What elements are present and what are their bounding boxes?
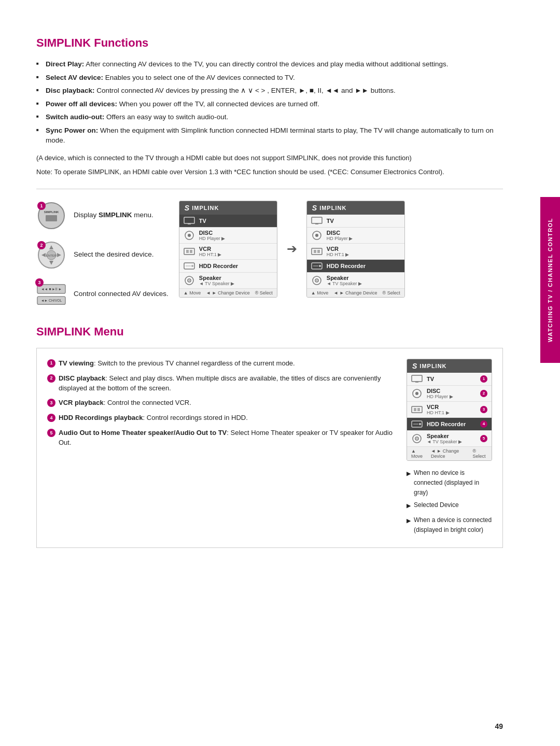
hdd-icon-1 — [184, 262, 195, 270]
panel1-hdd-label: HDD Recorder — [199, 263, 238, 269]
note2: Note: To operate SIMPLINK, an HDMI cable… — [36, 167, 503, 177]
panel2-header: S IMPLINK — [307, 201, 404, 215]
menu-right: S IMPLINK TV 1 — [407, 359, 492, 538]
panel2-item-speaker: Speaker ◄ TV Speaker ▶ — [307, 273, 404, 289]
panel1-vcr-label: VCR — [199, 246, 222, 252]
svg-point-27 — [189, 280, 190, 281]
menu-panel-header: S IMPLINK — [407, 359, 492, 373]
hdd-icon-menu — [411, 420, 423, 428]
svg-point-18 — [188, 234, 191, 237]
panel2-item-hdd: HDD Recorder — [307, 260, 404, 273]
divider-1 — [36, 189, 503, 189]
disc-icon-menu — [411, 389, 423, 398]
badge-5: 5 — [480, 435, 487, 442]
svg-rect-34 — [314, 250, 316, 253]
panel1-header: S IMPLINK — [179, 201, 277, 215]
bullet-item-4: Power off all devices: When you power of… — [36, 99, 503, 109]
panel2-disc-sub: HD Player ▶ — [327, 236, 353, 241]
legend-arrow-2: ▶ — [407, 501, 411, 511]
svg-point-45 — [415, 392, 418, 395]
badge-4: 4 — [480, 420, 487, 428]
tv-icon-2 — [311, 217, 323, 225]
svg-point-41 — [316, 280, 317, 281]
steps-left: SIMPLINK 1 Display SIMPLINK menu. — [36, 201, 169, 309]
panel1-item-hdd: HDD Recorder — [179, 260, 277, 273]
speaker-icon-1 — [184, 276, 195, 285]
panel2-tv-label: TV — [327, 218, 334, 224]
svg-rect-33 — [312, 248, 322, 255]
speaker-icon-menu — [411, 434, 423, 443]
panel1-speaker-sub: ◄ TV Speaker ▶ — [199, 281, 234, 286]
panel2-item-tv: TV — [307, 215, 404, 228]
panel2-item-disc: DISC HD Player ▶ — [307, 228, 404, 244]
step-1-icon: SIMPLINK 1 — [36, 201, 66, 231]
svg-rect-21 — [190, 250, 192, 253]
menu-panel-item-hdd: HDD Recorder 4 — [407, 418, 492, 431]
section1-title: SIMPLINK Functions — [36, 36, 503, 50]
tv-icon-menu — [411, 375, 423, 383]
svg-text:ENTER: ENTER — [46, 254, 57, 257]
svg-rect-14 — [184, 217, 194, 223]
legend-arrow-3: ▶ — [407, 516, 411, 526]
step-3-icon: ◄◄ ■ ►II ► ◄► CH/VOL 3 — [36, 279, 66, 309]
note1: (A device, which is connected to the TV … — [36, 153, 503, 163]
panel2-title: IMPLINK — [319, 205, 346, 211]
menu-panel-footer: ▲ Move ◄ ► Change Device ® Select — [407, 447, 492, 460]
menu-item-3: 3 VCR playback: Control the connected VC… — [47, 398, 396, 408]
tv-icon — [184, 217, 195, 225]
menu-panel-item-tv: TV 1 — [407, 373, 492, 386]
page-number: 49 — [495, 722, 503, 730]
menu-section: 1 TV viewing: Switch to the previous TV … — [36, 348, 503, 548]
svg-point-32 — [315, 234, 318, 237]
section2-title: SIMPLINK Menu — [36, 325, 503, 339]
svg-point-54 — [416, 438, 417, 439]
panel1-disc-label: DISC — [199, 230, 226, 236]
legend-text-2: Selected Device — [414, 500, 459, 510]
bullet-bold-5: Switch audio-out: — [46, 113, 104, 121]
svg-rect-19 — [184, 248, 194, 255]
vcr-icon-2 — [311, 247, 323, 256]
bullet-bold-1: Direct Play: — [46, 60, 84, 68]
menu-num-4: 4 — [47, 414, 55, 422]
menu-item-2: 2 DISC playback: Select and play discs. … — [47, 374, 396, 393]
simplink-panel-2: S IMPLINK TV — [306, 201, 405, 298]
simplink-panels: S IMPLINK TV — [179, 201, 503, 298]
svg-point-24 — [191, 265, 193, 267]
legend-text-1: When no device is connected (displayed i… — [414, 468, 492, 498]
step-1: SIMPLINK 1 Display SIMPLINK menu. — [36, 201, 169, 231]
bullet-item-2: Select AV device: Enables you to select … — [36, 73, 503, 83]
panel1-item-tv: TV — [179, 215, 277, 228]
menu-num-3: 3 — [47, 399, 55, 407]
panel1-footer: ▲ Move ◄ ► Change Device ® Select — [179, 289, 277, 297]
bullet-bold-2: Select AV device: — [46, 74, 103, 81]
svg-rect-46 — [412, 406, 422, 413]
step-3-num: 3 — [35, 278, 44, 287]
menu-item-1: 1 TV viewing: Switch to the previous TV … — [47, 359, 396, 369]
svg-text:◄◄ ■ ►II ►: ◄◄ ■ ►II ► — [41, 287, 62, 291]
svg-rect-35 — [317, 250, 320, 253]
panel1-item-speaker: Speaker ◄ TV Speaker ▶ — [179, 273, 277, 289]
step-2-icon: ENTER 2 — [36, 240, 66, 270]
svg-rect-2 — [46, 215, 57, 221]
menu-num-5: 5 — [47, 429, 55, 437]
step-3: ◄◄ ■ ►II ► ◄► CH/VOL 3 Control connected… — [36, 279, 169, 309]
bullet-item-1: Direct Play: After connecting AV devices… — [36, 59, 503, 69]
legend-text-3: When a device is connected (displayed in… — [414, 515, 492, 535]
menu-panel-item-vcr: VCR HD HT:1 ▶ 3 — [407, 402, 492, 418]
panel2-footer: ▲ Move ◄ ► Change Device ® Select — [307, 289, 404, 297]
menu-item-5: 5 Audio Out to Home Theater speaker/Audi… — [47, 428, 396, 448]
menu-num-1: 1 — [47, 359, 55, 368]
panel1-item-vcr: VCR HD HT:1 ▶ — [179, 244, 277, 260]
menu-list: 1 TV viewing: Switch to the previous TV … — [47, 359, 396, 453]
menu-num-2: 2 — [47, 374, 55, 383]
svg-rect-47 — [414, 408, 416, 411]
bullet-item-6: Sync Power on: When the equipment with S… — [36, 125, 503, 146]
panel1-item-disc: DISC HD Player ▶ — [179, 228, 277, 244]
side-tab: WATCHING TV / CHANNEL CONTROL — [540, 197, 560, 363]
menu-panel-item-disc: DISC HD Player ▶ 2 — [407, 386, 492, 402]
panel2-item-vcr: VCR HD HT:1 ▶ — [307, 244, 404, 260]
step-2: ENTER 2 Select the desired device. — [36, 240, 169, 270]
step-2-text: Select the desired device. — [74, 250, 154, 260]
panel1-disc-sub: HD Player ▶ — [199, 236, 226, 241]
speaker-icon-2 — [311, 276, 323, 285]
